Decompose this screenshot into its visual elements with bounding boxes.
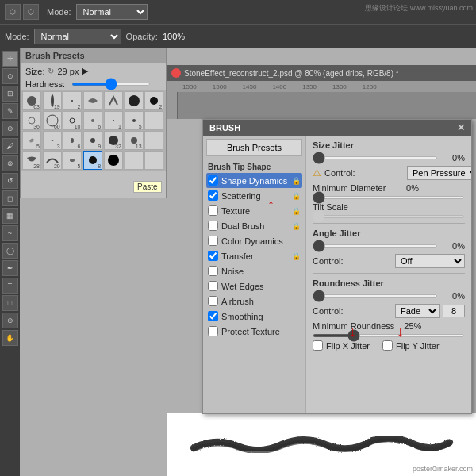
move-tool[interactable]: ✛ bbox=[2, 51, 18, 67]
bp-cell-15[interactable]: 3 bbox=[43, 131, 62, 150]
bp-cell-6[interactable]: 2 bbox=[144, 91, 163, 110]
bp-cell-23[interactable]: 5 bbox=[63, 151, 82, 170]
bp-cell-11[interactable]: 1 bbox=[104, 111, 123, 130]
color-dynamics-row[interactable]: Color Dynamics bbox=[206, 233, 302, 248]
bp-cell-20[interactable] bbox=[144, 131, 163, 150]
bp-cell-1[interactable]: 19 bbox=[43, 91, 62, 110]
watermark-bottom: poster0imaker.com bbox=[413, 465, 473, 473]
red-arrow-up: ↑ bbox=[267, 197, 274, 213]
bp-cell-16[interactable]: 6 bbox=[63, 131, 82, 150]
crop-tool[interactable]: ⊞ bbox=[2, 86, 18, 102]
shape-dynamics-row[interactable]: Shape Dynamics 🔒 bbox=[206, 173, 302, 188]
brush-tool[interactable]: 🖌 bbox=[2, 138, 18, 154]
bp-cell-5[interactable] bbox=[125, 91, 144, 110]
bp-cell-25[interactable] bbox=[104, 151, 123, 170]
roundness-jitter-slider[interactable] bbox=[313, 294, 438, 298]
fade-value-input[interactable]: 8 bbox=[443, 305, 465, 317]
control-off-select[interactable]: Off bbox=[395, 254, 465, 268]
bp-cell-10[interactable]: 6 bbox=[83, 111, 102, 130]
flip-y-row[interactable]: Flip Y Jitter bbox=[382, 340, 440, 351]
mode-select2[interactable]: Normal bbox=[34, 29, 121, 44]
min-roundness-slider[interactable] bbox=[313, 334, 465, 337]
bp-cell-17[interactable]: 9 bbox=[83, 131, 102, 150]
bp-cell-8[interactable]: 60 bbox=[43, 111, 62, 130]
lasso-tool[interactable]: ⊙ bbox=[2, 68, 18, 84]
scattering-cb[interactable] bbox=[208, 190, 218, 201]
bp-cell-14[interactable]: 5 bbox=[22, 131, 41, 150]
control-pen-select[interactable]: Pen Pressure bbox=[407, 166, 471, 180]
opacity-row: Mode: Normal Opacity: 100% bbox=[5, 29, 185, 44]
bp-cell-26[interactable] bbox=[125, 151, 144, 170]
texture-row[interactable]: Texture 🔒 bbox=[206, 203, 302, 218]
scattering-row[interactable]: Scattering 🔒 bbox=[206, 188, 302, 203]
noise-row[interactable]: Noise bbox=[206, 263, 302, 278]
size-jitter-slider[interactable] bbox=[313, 156, 438, 159]
min-diameter-slider[interactable] bbox=[313, 196, 465, 199]
pen-tool[interactable]: ✒ bbox=[2, 260, 18, 276]
brush-presets-btn[interactable]: Brush Presets bbox=[206, 139, 302, 156]
angle-jitter-slider[interactable] bbox=[313, 244, 438, 248]
flip-x-row[interactable]: Flip X Jitter bbox=[313, 340, 370, 351]
wet-edges-cb[interactable] bbox=[208, 281, 218, 291]
bp-cell-0[interactable]: 63 bbox=[22, 91, 41, 110]
stamp-tool[interactable]: ⊗ bbox=[2, 155, 18, 171]
bp-cell-27[interactable] bbox=[144, 151, 163, 170]
heal-tool[interactable]: ⊕ bbox=[2, 121, 18, 136]
bp-cell-9[interactable]: 10 bbox=[63, 111, 82, 130]
smudge-tool[interactable]: ~ bbox=[2, 225, 18, 241]
hand-tool[interactable]: ✋ bbox=[2, 330, 18, 346]
toolbar-brush-btn[interactable]: ⬡ bbox=[23, 4, 39, 20]
control-fade-select[interactable]: Fade bbox=[395, 304, 440, 318]
eraser-tool[interactable]: ◻ bbox=[2, 190, 18, 206]
bp-cell-2[interactable]: 2 bbox=[63, 91, 82, 110]
eyedropper-tool[interactable]: ✎ bbox=[2, 103, 18, 119]
doc-close-btn[interactable] bbox=[171, 68, 181, 78]
doc-title-bar: StoneEffect_reconstruct_2.psd @ 80% (age… bbox=[167, 65, 476, 81]
protect-texture-row[interactable]: Protect Texture bbox=[206, 324, 302, 339]
bp-cell-3[interactable] bbox=[83, 91, 102, 110]
brush-panel-close-btn[interactable]: ✕ bbox=[457, 122, 465, 133]
smoothing-cb[interactable] bbox=[208, 311, 218, 321]
protect-texture-cb[interactable] bbox=[208, 326, 218, 336]
mode-label2: Mode: bbox=[5, 32, 29, 41]
bp-cell-22[interactable]: 20 bbox=[43, 151, 62, 170]
dual-brush-cb[interactable] bbox=[208, 221, 218, 231]
dual-brush-row[interactable]: Dual Brush 🔒 bbox=[206, 218, 302, 233]
history-tool[interactable]: ↺ bbox=[2, 173, 18, 189]
gradient-tool[interactable]: ▦ bbox=[2, 208, 18, 224]
shape-dynamics-cb[interactable] bbox=[208, 175, 218, 186]
bp-cell-24[interactable]: 8 bbox=[83, 151, 102, 170]
flip-y-cb[interactable] bbox=[382, 340, 393, 351]
bp-size-arrow[interactable]: ▶ bbox=[82, 66, 88, 76]
flip-x-cb[interactable] bbox=[313, 340, 323, 351]
bp-hardness-row: Hardness: bbox=[21, 79, 166, 90]
bp-cell-21[interactable]: 28 bbox=[22, 151, 41, 170]
bp-cell-12[interactable]: 5 bbox=[125, 111, 144, 130]
bp-cell-19[interactable]: 13 bbox=[125, 131, 144, 150]
bp-cell-13[interactable] bbox=[144, 111, 163, 130]
zoom-tool[interactable]: ⊕ bbox=[2, 313, 18, 328]
bp-grid: 63 19 2 2 36 60 bbox=[21, 90, 166, 171]
brush-panel-body: Brush Presets Brush Tip Shape Shape Dyna… bbox=[203, 136, 471, 413]
texture-cb[interactable] bbox=[208, 205, 218, 216]
text-tool[interactable]: T bbox=[2, 278, 18, 294]
bp-reset-icon[interactable]: ↻ bbox=[48, 67, 54, 75]
airbrush-row[interactable]: Airbrush bbox=[206, 294, 302, 309]
wet-edges-row[interactable]: Wet Edges bbox=[206, 278, 302, 294]
mode-select[interactable]: Normal bbox=[76, 4, 148, 20]
tilt-scale-slider[interactable] bbox=[313, 215, 465, 218]
transfer-cb[interactable] bbox=[208, 251, 218, 261]
bp-hardness-slider[interactable] bbox=[71, 83, 151, 86]
shape-tool[interactable]: □ bbox=[2, 295, 18, 311]
bp-cell-4[interactable] bbox=[104, 91, 123, 110]
transfer-row[interactable]: Transfer 🔒 bbox=[206, 248, 302, 263]
airbrush-cb[interactable] bbox=[208, 296, 218, 306]
smoothing-row[interactable]: Smoothing bbox=[206, 309, 302, 324]
color-dynamics-cb[interactable] bbox=[208, 236, 218, 246]
noise-cb[interactable] bbox=[208, 266, 218, 276]
bp-cell-18[interactable]: 32 bbox=[104, 131, 123, 150]
transfer-label: Transfer bbox=[221, 251, 254, 261]
toolbar-history-btn[interactable]: ⬡ bbox=[5, 4, 21, 20]
dodge-tool[interactable]: ◯ bbox=[2, 243, 18, 259]
bp-cell-7[interactable]: 36 bbox=[22, 111, 41, 130]
